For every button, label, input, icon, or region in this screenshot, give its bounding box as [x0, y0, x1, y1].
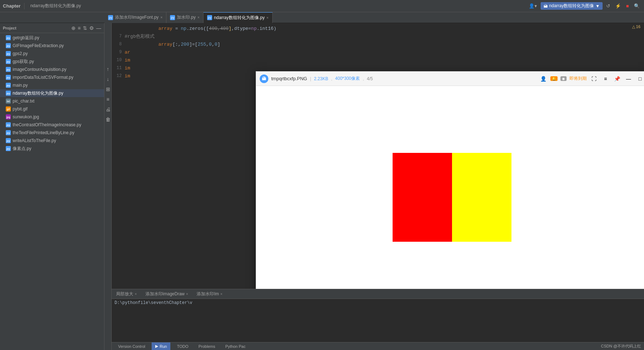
code-line-9: 9 ar — [112, 48, 644, 56]
tab-icon-1: py — [170, 15, 175, 20]
edge-icon-print[interactable]: 🖨 — [106, 106, 111, 112]
tab-close-1[interactable]: × — [197, 15, 200, 19]
preview-user-icon[interactable]: 👤 — [539, 74, 547, 83]
file-item-10[interactable]: jpg sunwukon.jpg — [0, 113, 104, 121]
line-num-7: 7 — [112, 34, 125, 39]
edge-icon-trash[interactable]: 🗑 — [106, 117, 111, 122]
file-item-5[interactable]: py importDataToListCSVFormat.py — [0, 73, 104, 81]
edge-icon-down[interactable]: ↓ — [107, 76, 109, 82]
line-content-9: ar — [125, 50, 130, 55]
preview-actions: 👤 🔔 ◉ 即将到期 ⛶ ≡ 📌 — □ — [539, 74, 644, 83]
preview-close-icon[interactable]: □ — [636, 74, 644, 83]
status-tab-problems[interactable]: Problems — [195, 342, 219, 350]
jpg-icon-10: jpg — [6, 114, 11, 119]
file-item-0[interactable]: py getrgb返回.py — [0, 34, 104, 42]
top-file-tab[interactable]: ndarray数组转化为图像.py — [28, 2, 83, 10]
preview-sep-1: | — [310, 76, 311, 81]
terminal[interactable]: D:\pythonfile\seventhChapter\v — [112, 299, 644, 342]
tab-close-0[interactable]: × — [160, 15, 162, 19]
line-num-8: 8 — [112, 42, 125, 47]
status-bar: Version Control ▶ Run TODO Problems Pyth… — [112, 342, 644, 350]
bottom-tab-label-0: 局部放大 — [116, 291, 133, 297]
file-name-5: importDataToListCSVFormat.py — [13, 75, 73, 80]
tab-watermark-font[interactable]: py 添加水印ImageFont.py × — [104, 12, 166, 23]
sidebar-collapse-icon[interactable]: ≡ — [78, 25, 81, 31]
file-name-13: writeAListToTheFile.py — [13, 138, 56, 143]
file-item-8[interactable]: txt pic_char.txt — [0, 97, 104, 105]
status-right: CSDN @不许代码上红 — [601, 344, 641, 349]
status-tab-python[interactable]: Python Pac — [222, 342, 249, 350]
file-item-4[interactable]: py imageContourAcquisition.py — [0, 65, 104, 73]
top-bar: Chapter ndarray数组转化为图像.py 👤▾ 🏔 ndarray数组… — [0, 0, 644, 12]
file-item-1[interactable]: py GIFImageFileExtraction.py — [0, 42, 104, 50]
file-item-14[interactable]: py 像素点.py — [0, 145, 104, 153]
sidebar-locate-icon[interactable]: ⊕ — [71, 25, 76, 31]
file-name-10: sunwukon.jpg — [13, 114, 39, 119]
preview-badge-orange: 🔔 — [550, 76, 558, 81]
preview-expand-icon[interactable]: ⛶ — [590, 74, 598, 83]
preview-sep-3: , — [363, 76, 364, 81]
sidebar-sort-icon[interactable]: ⇅ — [83, 25, 87, 31]
file-item-9[interactable]: gif pybit.gif — [0, 105, 104, 113]
refresh-icon[interactable]: ↺ — [605, 3, 612, 9]
py-icon-4: py — [6, 67, 11, 72]
code-editor[interactable]: array = np.zeros([400,400],dtype=np.int1… — [112, 23, 644, 289]
bottom-tab-close-2[interactable]: × — [220, 292, 223, 296]
file-name-12: theTextFilePrintedLineByLine.py — [13, 130, 74, 135]
bottom-tab-label-2: 添加水印Im — [197, 291, 219, 297]
preview-menu-icon[interactable]: ≡ — [601, 74, 610, 83]
file-item-3[interactable]: py gps获取.py — [0, 58, 104, 65]
status-left: Version Control ▶ Run TODO Problems Pyth… — [115, 342, 249, 350]
file-item-12[interactable]: py theTextFilePrintedLineByLine.py — [0, 129, 104, 137]
file-name-0: getrgb返回.py — [13, 35, 39, 41]
file-item-13[interactable]: py writeAListToTheFile.py — [0, 137, 104, 145]
editor-area: array = np.zeros([400,400],dtype=np.int1… — [112, 23, 644, 350]
tab-icon-2: py — [207, 15, 212, 20]
file-name-9: pybit.gif — [13, 106, 27, 112]
bottom-tab-0[interactable]: 局部放大 × — [112, 289, 141, 299]
user-icon[interactable]: 👤▾ — [527, 3, 538, 9]
sidebar-minimize-icon[interactable]: — — [96, 25, 101, 31]
code-line-11: 11 im — [112, 64, 644, 72]
project-name: ndarray数组转化为图像 — [549, 3, 594, 9]
file-name-2: gps2.py — [13, 51, 28, 56]
file-item-2[interactable]: py gps2.py — [0, 50, 104, 58]
file-item-7[interactable]: py ndarray数组转化为图像.py — [0, 89, 104, 97]
file-name-11: theContrastOfTheImageIncrease.py — [13, 122, 81, 127]
tab-close-2[interactable]: × — [267, 16, 269, 20]
bottom-tab-close-0[interactable]: × — [135, 292, 137, 296]
edge-icon-merge[interactable]: ⊞ — [106, 86, 110, 92]
bottom-tabs: 局部放大 × 添加水印imageDraw × 添加水印Im × — [112, 289, 644, 299]
file-item-11[interactable]: py theContrastOfTheImageIncrease.py — [0, 121, 104, 129]
preview-minimize-icon[interactable]: — — [624, 74, 633, 83]
bottom-tab-close-1[interactable]: × — [186, 292, 188, 296]
py-icon-3: py — [6, 59, 11, 64]
status-tab-todo[interactable]: TODO — [173, 342, 192, 350]
sidebar-icons: ⊕ ≡ ⇅ ⚙ — — [71, 25, 101, 31]
status-tab-version[interactable]: Version Control — [115, 342, 149, 350]
search-icon[interactable]: 🔍 — [632, 3, 641, 9]
py-icon-5: py — [6, 75, 11, 80]
project-selector[interactable]: 🏔 ndarray数组转化为图像 ▼ — [541, 2, 603, 10]
sidebar-title: Project — [3, 26, 16, 30]
tab-watermark[interactable]: py 加水印.py × — [166, 12, 204, 23]
edge-icon-up[interactable]: ↑ — [107, 66, 109, 72]
preview-pin-icon[interactable]: 📌 — [613, 74, 621, 83]
tab-icon-0: py — [108, 15, 113, 20]
stop-icon[interactable]: ■ — [625, 3, 630, 9]
preview-header: 🏔 tmpqrtbcxfp.PNG | 2.23KB , 400*300像素 ,… — [256, 72, 644, 86]
file-item-6[interactable]: py main.py — [0, 81, 104, 89]
tab-label-2: ndarray数组转化为图像.py — [214, 15, 265, 21]
bottom-tab-1[interactable]: 添加水印imageDraw × — [141, 289, 193, 299]
warning-count: △ 16 — [632, 24, 640, 29]
status-tab-run[interactable]: ▶ Run — [152, 342, 170, 350]
build-icon[interactable]: ⚡ — [614, 3, 622, 9]
py-icon-14: py — [6, 146, 11, 151]
bottom-tab-2[interactable]: 添加水印Im × — [192, 289, 227, 299]
separator — [24, 3, 24, 9]
terminal-path: D:\pythonfile\seventhChapter\v — [115, 300, 641, 305]
tab-ndarray[interactable]: py ndarray数组转化为图像.py × — [204, 12, 273, 23]
py-icon-13: py — [6, 138, 11, 143]
edge-icon-list[interactable]: ≡ — [106, 96, 109, 102]
sidebar-settings-icon[interactable]: ⚙ — [89, 25, 94, 31]
